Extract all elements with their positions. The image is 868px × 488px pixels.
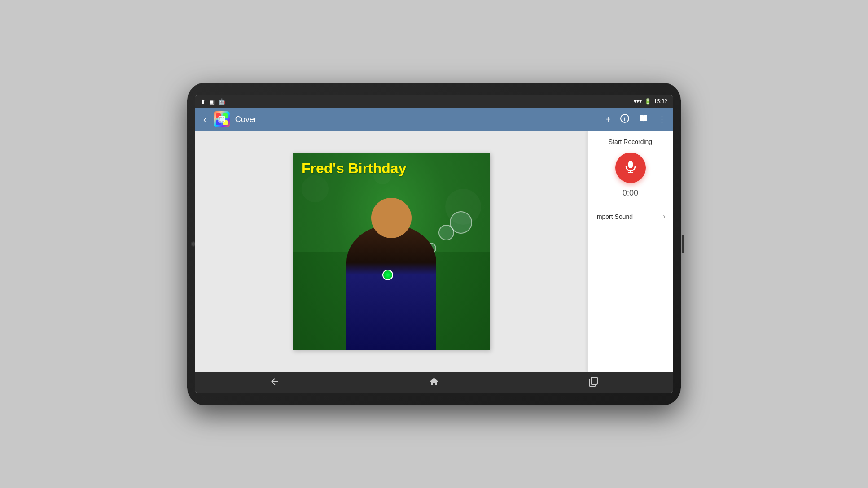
photo-title: Fred's Birthday <box>302 160 481 177</box>
status-icons-right: ▾▾▾ 🔋 15:32 <box>634 98 667 105</box>
app-title: Cover <box>235 115 601 124</box>
app-bar-actions: + i ⋮ <box>605 113 666 126</box>
import-sound-label: Import Sound <box>595 213 663 220</box>
add-button[interactable]: + <box>605 114 611 125</box>
page-area: Fred's Birthday <box>195 131 587 372</box>
book-button[interactable] <box>639 113 649 126</box>
bubble-medium <box>438 225 454 240</box>
svg-rect-13 <box>628 161 633 168</box>
svg-point-11 <box>302 175 329 202</box>
svg-text:i: i <box>624 116 625 122</box>
status-icons-left: ⬆ ▣ 🤖 <box>201 98 225 105</box>
back-nav-button[interactable] <box>256 373 294 393</box>
nav-bar <box>195 372 673 393</box>
volume-button <box>682 235 684 253</box>
child-head <box>371 198 412 238</box>
app-icon <box>214 111 230 127</box>
chevron-right-icon: › <box>663 212 666 221</box>
wifi-icon: ▾▾▾ <box>634 98 642 105</box>
child-figure <box>346 225 436 350</box>
status-bar: ⬆ ▣ 🤖 ▾▾▾ 🔋 15:32 <box>195 95 673 108</box>
tablet-device: ⬆ ▣ 🤖 ▾▾▾ 🔋 15:32 ‹ <box>187 83 681 405</box>
upload-icon: ⬆ <box>201 98 206 105</box>
battery-icon: 🔋 <box>644 98 651 105</box>
info-button[interactable]: i <box>620 113 630 126</box>
import-sound-row[interactable]: Import Sound › <box>588 205 673 227</box>
book-page: Fred's Birthday <box>293 153 490 350</box>
svg-rect-17 <box>591 377 597 384</box>
birthday-photo: Fred's Birthday <box>293 153 490 350</box>
main-content: Fred's Birthday <box>195 131 673 372</box>
record-button[interactable] <box>615 152 646 183</box>
right-panel: Start Recording 0:00 <box>587 131 673 372</box>
app-bar: ‹ Cover + i <box>195 108 673 131</box>
recording-section: Start Recording 0:00 <box>588 131 673 205</box>
screenshot-icon: ▣ <box>209 98 215 105</box>
status-time: 15:32 <box>654 98 667 105</box>
microphone-icon <box>624 160 637 176</box>
tablet-screen: ⬆ ▣ 🤖 ▾▾▾ 🔋 15:32 ‹ <box>195 95 673 393</box>
recording-title: Start Recording <box>609 138 652 145</box>
back-button[interactable]: ‹ <box>202 113 208 126</box>
recents-nav-button[interactable] <box>574 373 612 393</box>
recording-time: 0:00 <box>623 188 638 198</box>
home-nav-button[interactable] <box>415 373 453 393</box>
more-button[interactable]: ⋮ <box>658 114 666 125</box>
speaker <box>192 242 195 246</box>
android-icon: 🤖 <box>218 98 225 105</box>
annotation-dot[interactable] <box>382 270 393 280</box>
